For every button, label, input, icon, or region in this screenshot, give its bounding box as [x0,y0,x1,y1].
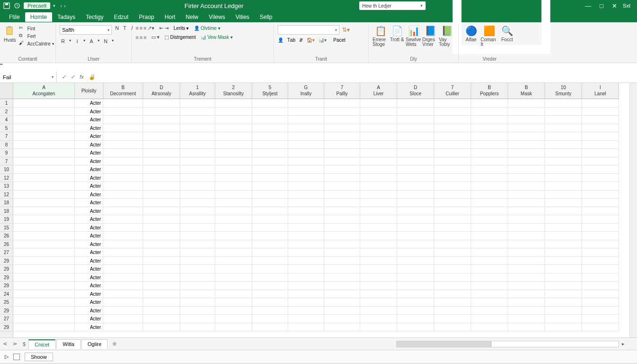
cell[interactable] [434,323,471,332]
cell[interactable] [434,207,471,216]
column-header[interactable]: Ploisity [75,83,103,99]
cell[interactable] [13,157,75,166]
cell[interactable] [434,141,471,149]
search-box[interactable]: Hew th Ledjer ▾ [359,1,426,10]
cell[interactable] [434,248,471,257]
cell[interactable] [545,282,582,290]
cell[interactable]: Acter [75,191,103,199]
cell[interactable] [434,157,471,166]
cell-button[interactable]: 🔵Alfae [463,25,480,42]
cell[interactable] [397,315,434,323]
menu-item-ftile[interactable]: Ftile [4,12,25,22]
cell[interactable] [252,116,288,124]
cell[interactable] [582,240,619,249]
cell[interactable] [252,224,288,232]
cell[interactable]: Acter [75,99,103,108]
row-header[interactable]: 12 [0,174,13,182]
row-header[interactable]: 18 [0,207,13,216]
row-header[interactable]: 13 [0,182,13,191]
cell[interactable]: Acter [75,282,103,290]
cell[interactable] [471,248,508,257]
cell[interactable] [288,191,324,199]
cell[interactable] [252,99,288,108]
cell[interactable] [324,323,360,332]
cell[interactable] [288,273,324,282]
cell[interactable] [215,232,252,240]
cell[interactable] [582,273,619,282]
cell[interactable] [434,240,471,249]
column-header[interactable]: BPopplers [471,83,508,99]
cell[interactable] [471,224,508,232]
cell[interactable] [180,215,215,224]
cell[interactable]: Acter [75,108,103,116]
cell[interactable] [471,315,508,323]
cell[interactable] [582,257,619,265]
save-icon[interactable] [3,2,10,9]
cell[interactable] [13,215,75,224]
cell[interactable] [508,116,545,124]
maximize-button[interactable]: □ [600,2,603,9]
cell[interactable] [360,199,397,207]
cell[interactable] [13,273,75,282]
row-header[interactable]: 7 [0,157,13,166]
cell[interactable] [545,307,582,315]
cell[interactable] [545,248,582,257]
cell[interactable] [397,257,434,265]
cell[interactable] [103,149,143,157]
cell[interactable] [252,315,288,323]
cell[interactable] [103,182,143,191]
cell[interactable] [397,191,434,199]
sort-icon[interactable]: ⇅▾ [342,27,350,33]
cell[interactable] [215,307,252,315]
cell[interactable]: Acter [75,157,103,166]
cell[interactable] [582,182,619,191]
cell[interactable] [13,132,75,141]
cell[interactable] [13,315,75,323]
cell[interactable] [180,124,215,133]
cell[interactable] [471,199,508,207]
cell[interactable] [360,124,397,133]
cell[interactable] [397,282,434,290]
cell[interactable] [215,99,252,108]
cell[interactable] [143,323,180,332]
menu-item-hort[interactable]: Hort [159,12,181,22]
cell[interactable] [288,182,324,191]
row-header[interactable]: 29 [0,307,13,315]
cell[interactable] [252,191,288,199]
cell[interactable] [252,182,288,191]
cell[interactable] [103,99,143,108]
increase-indent-icon[interactable]: ⇥ [164,25,169,31]
cell[interactable] [545,157,582,166]
column-header[interactable]: BDecornment [103,83,143,99]
cell[interactable] [180,116,215,124]
cell[interactable] [143,199,180,207]
cell[interactable] [397,207,434,216]
cell[interactable] [288,232,324,240]
cell[interactable] [215,248,252,257]
cell[interactable] [360,157,397,166]
cell[interactable] [324,108,360,116]
cell[interactable] [471,108,508,116]
cell[interactable] [471,116,508,124]
cell[interactable] [582,191,619,199]
column-header[interactable]: 10Smunty [545,83,582,99]
cell[interactable] [582,99,619,108]
minimize-button[interactable]: — [585,2,591,9]
paste-button[interactable]: Hvats [4,25,16,43]
cell[interactable] [360,257,397,265]
cell[interactable] [143,248,180,257]
cell[interactable] [324,282,360,290]
cell[interactable] [360,141,397,149]
cell[interactable] [103,273,143,282]
cell[interactable] [215,315,252,323]
cell[interactable] [582,290,619,299]
cell[interactable] [180,224,215,232]
cell[interactable] [582,165,619,174]
cell[interactable]: Acter [75,149,103,157]
cell[interactable]: Acter [75,248,103,257]
cell[interactable] [13,108,75,116]
row-header[interactable]: 1 [0,99,13,108]
align-top-icon[interactable]: ≡ [136,25,138,31]
column-header[interactable]: GInally [288,83,324,99]
cell[interactable] [252,240,288,249]
